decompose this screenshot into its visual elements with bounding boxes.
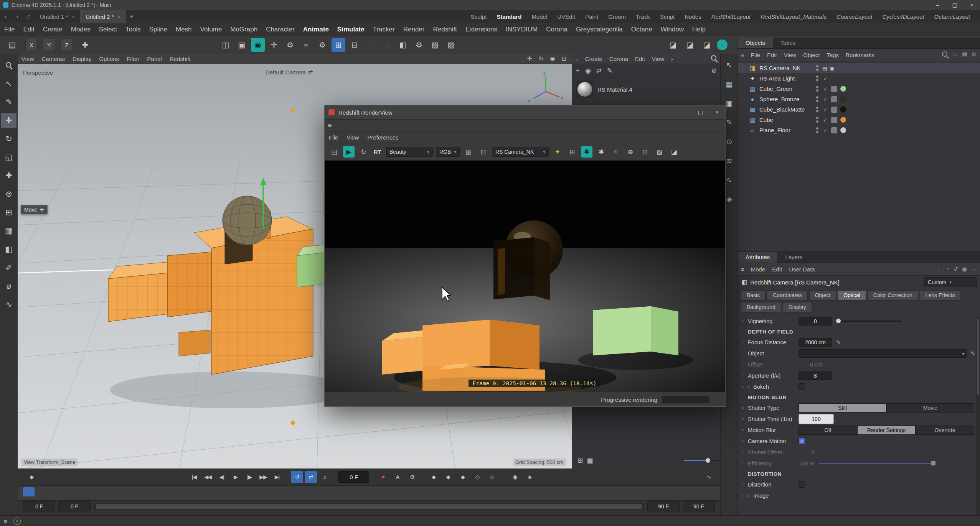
preview-start-field[interactable]: 0 F [58,501,91,511]
snap-enable-icon[interactable]: ⊞ [332,38,345,52]
workplane-tool-icon[interactable]: ◧ [1,242,16,257]
objects-path-icon[interactable]: ▤ [962,51,967,59]
viewport-pan-icon[interactable]: ✛ [525,54,534,63]
attr-pin-icon[interactable]: ◉ [962,266,967,273]
layout-button[interactable]: Cycles4DLayout [882,13,924,20]
document-tab[interactable]: Untitled 2 * × [80,10,126,23]
rotate-tool-icon[interactable]: ↻ [1,131,16,146]
motion-blur-rendersettings-button[interactable]: Render Settings [857,426,916,435]
camera-target-tag-icon[interactable]: ◉ [830,65,834,71]
menu-item[interactable]: Modes [67,26,95,33]
selection-key-icon[interactable]: ◈ [523,471,536,483]
menu-item[interactable]: Animate [299,26,333,33]
attributes-menu-item[interactable]: Edit [769,266,785,273]
viewport-menu-item[interactable]: Redshift [166,56,195,62]
layout-button[interactable]: Groom [608,13,626,20]
menu-item[interactable]: Corona [542,26,572,33]
panel-tab[interactable]: Layers [777,252,810,263]
pivot-tool-icon[interactable]: ⊚ [1,186,16,202]
snap-tool-icon[interactable]: ⊞ [1,205,16,220]
enable-check-icon[interactable]: ✓ [822,127,829,133]
aperture-value[interactable]: 8 [799,371,832,380]
object-type-icon[interactable]: ▦ [748,85,757,92]
material-tag-swatch[interactable] [840,96,846,102]
menu-item[interactable]: INSYDIUM [502,26,542,33]
move-tool-icon[interactable]: ✛ [1,113,16,128]
menu-overflow-icon[interactable]: › [668,56,676,62]
next-frame-button[interactable]: |▶ [243,471,256,483]
menu-item[interactable]: Window [657,26,688,33]
object-tree-row[interactable]: ▦ Cube_BlackMatte ✓ ▤ ◉ [738,104,980,115]
material-search-icon[interactable] [711,55,721,63]
hamburger-icon[interactable]: ≡ [738,52,747,58]
minimize-button[interactable]: – [929,0,946,10]
hamburger-icon[interactable]: ≡ [572,56,582,62]
play-button[interactable]: ▶ [229,471,242,483]
object-name[interactable]: Cube_BlackMatte [759,106,813,113]
object-type-icon[interactable]: ✦ [748,75,757,82]
panel-tab[interactable]: Attributes [738,252,777,263]
autokey-button[interactable]: A [391,471,404,483]
layout-button[interactable]: UVEdit [557,13,575,20]
panel-tab[interactable]: Takes [773,38,803,48]
object-tree-row[interactable]: ▦ Cube_Green ✓ ▤ ◉ [738,84,980,94]
next-key-button[interactable]: ▶▶ [257,471,269,483]
range-slider[interactable] [94,503,644,510]
document-tab[interactable]: Untitled 1 * × [35,10,80,23]
object-type-icon[interactable]: ● [748,96,757,102]
viewport-menu-item[interactable]: Cameras [38,56,69,62]
key-rotation-icon[interactable]: ◆ [457,471,469,483]
camera-swap-icon[interactable]: ⇄ [308,69,313,76]
shutter-movie-button[interactable]: Movie [886,403,974,413]
asset-browser-icon[interactable]: ◦ [717,39,728,50]
preset-dropdown[interactable]: Custom▾ [924,277,977,287]
keyframe-bar-icon[interactable]: ◆ [25,471,38,483]
viewport-zoom-icon[interactable]: ◉ [548,54,557,63]
maximize-button[interactable]: ▢ [946,0,963,10]
attr-more-icon[interactable]: ⋯ [971,266,977,273]
close-button[interactable]: × [963,0,980,10]
render-canvas[interactable]: Frame 0: 2025-01-06 13:28:36 (18.14s) [325,161,725,392]
menu-item[interactable]: Render [399,26,429,33]
enable-check-icon[interactable]: ✓ [822,117,829,123]
layout-button[interactable]: CourseLayout [836,13,872,20]
keyframe-dot-icon[interactable]: ○ [742,340,748,344]
menu-item[interactable]: Tracker [369,26,399,33]
menu-item[interactable]: Edit [19,26,38,33]
axis-lock-x[interactable]: X [25,39,38,51]
objects-settings-icon[interactable]: ⚙ [972,51,977,59]
visibility-dots[interactable] [816,76,818,81]
viewport-menu-item[interactable]: Panel [143,56,165,62]
checker-background-icon[interactable]: ▨ [654,146,665,158]
menu-item[interactable]: Mesh [172,26,196,33]
snapshot-freeze-icon[interactable]: ✱ [581,146,592,158]
visibility-dots[interactable] [816,127,818,133]
workplane-icon[interactable]: ◧ [396,38,410,52]
axis-lock-z[interactable]: Z [61,39,73,51]
capture-b-icon[interactable]: ▨ [444,38,458,52]
objects-menu-item[interactable]: View [780,52,800,58]
viewport-menu-item[interactable]: Options [95,56,123,62]
bucket-grid-icon[interactable]: ⊞ [566,146,578,158]
simulate-toggle-icon[interactable]: ≈ [299,38,313,52]
coordinate-system-icon[interactable]: ✚ [78,38,92,52]
render-view-button[interactable]: ◫ [219,38,233,52]
strip-pointer-icon[interactable]: ↖ [723,58,736,71]
enable-check-icon[interactable]: ✓ [822,76,829,82]
material-preview-sphere[interactable] [576,81,594,98]
menu-item[interactable]: Simulate [333,26,369,33]
picture-viewer-b-icon[interactable]: ◪ [683,38,697,52]
object-type-icon[interactable]: ▦ [748,117,757,123]
renderview-minimize-button[interactable]: – [675,105,692,119]
dither-icon[interactable]: ▦ [463,146,474,158]
prev-frame-button[interactable]: ◀| [216,471,228,483]
menu-item[interactable]: Select [95,26,121,33]
material-tag-swatch[interactable] [840,85,846,92]
forward-icon[interactable]: › [12,11,23,22]
material-sync-icon[interactable]: ⇄ [596,67,602,75]
object-name[interactable]: Cube_Green [759,85,813,92]
pen-tool-icon[interactable]: ✐ [1,260,16,275]
workplane-settings-icon[interactable]: ⚙ [412,38,426,52]
new-tab-button[interactable]: + [126,11,137,22]
range-end-field[interactable]: 90 F [683,501,715,511]
